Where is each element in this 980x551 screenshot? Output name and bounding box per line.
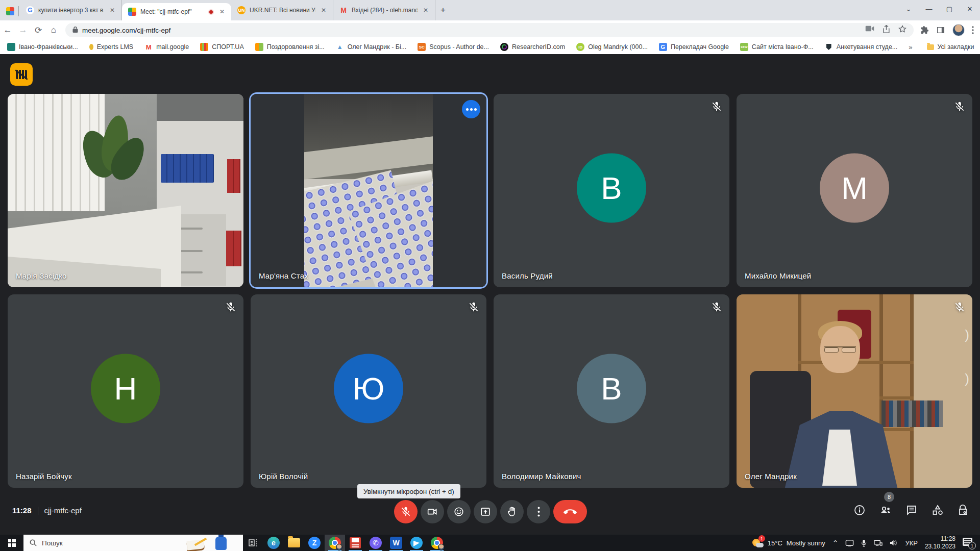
task-view-button[interactable] <box>243 535 263 551</box>
bookmark-item[interactable]: СПОРТ.UA <box>200 43 244 51</box>
participant-tile-video[interactable]: ) ) Олег Мандрик <box>737 294 972 488</box>
share-icon[interactable] <box>883 25 890 35</box>
secure-lock-icon[interactable] <box>72 26 78 34</box>
camera-toggle-button[interactable] <box>421 500 444 523</box>
call-controls <box>394 500 587 523</box>
participant-name: Назарій Бойчук <box>16 472 72 481</box>
tab-search-invertor[interactable]: G купити інвертор 3 квт в івано-ф ✕ <box>20 0 122 20</box>
bookmark-star-icon[interactable] <box>898 25 906 35</box>
mic-off-icon <box>468 302 479 315</box>
tab-meet-active[interactable]: Meet: "cjj-mtfc-epf" ✕ <box>122 3 231 20</box>
side-panel-icon[interactable] <box>936 26 945 35</box>
bookmark-item[interactable]: M mail.google <box>144 43 189 51</box>
participant-tile-active[interactable]: Мар'яна Стах <box>251 94 486 287</box>
address-bar[interactable]: meet.google.com/cjj-mtfc-epf <box>65 23 914 37</box>
profile-avatar[interactable] <box>952 24 965 36</box>
mic-off-icon <box>954 302 965 315</box>
bookmark-item[interactable]: SC Scopus - Author de... <box>418 43 489 51</box>
reactions-button[interactable] <box>447 500 471 523</box>
bookmark-item[interactable]: ▲ Олег Мандрик - Бі... <box>336 43 406 51</box>
weather-widget[interactable]: 1 15°C Mostly sunny <box>752 538 825 548</box>
microphone-tray-icon[interactable] <box>861 539 867 547</box>
participant-tile[interactable]: В Василь Рудий <box>494 94 729 287</box>
end-call-button[interactable] <box>553 500 587 523</box>
participants-grid: Марія Засідко Мар'яна Стах В Васи <box>8 94 972 488</box>
tab-ukrnet[interactable]: UN UKR.NET: Всі новини України, о ✕ <box>231 0 333 20</box>
maximize-button[interactable]: ▢ <box>939 5 960 13</box>
person-video-feed: ) ) <box>737 294 972 488</box>
people-panel-icon[interactable] <box>879 504 892 518</box>
close-tab-icon[interactable]: ✕ <box>218 8 226 15</box>
bookmark-item[interactable]: G Перекладач Google <box>659 43 729 51</box>
notification-center-button[interactable]: 1 <box>963 538 975 548</box>
tile-options-button[interactable] <box>462 100 480 118</box>
participant-tile[interactable]: В Володимир Майкович <box>494 294 729 488</box>
taskbar-app-chrome-active[interactable] <box>325 535 345 551</box>
camera-in-use-icon[interactable] <box>865 25 874 35</box>
telegram-icon <box>410 537 423 549</box>
close-tab-icon[interactable]: ✕ <box>108 7 116 14</box>
taskbar-app-viber[interactable]: ✆ <box>365 535 386 551</box>
back-icon[interactable]: ← <box>0 25 15 35</box>
start-button[interactable] <box>0 535 23 551</box>
avatar: Ю <box>334 354 403 423</box>
mic-toggle-button[interactable] <box>394 500 418 523</box>
all-bookmarks-button[interactable]: Усі закладки <box>927 43 974 51</box>
cast-icon[interactable] <box>845 539 854 546</box>
chat-panel-icon[interactable] <box>905 504 918 518</box>
new-tab-button[interactable]: + <box>440 5 446 15</box>
viber-icon: ✆ <box>370 537 382 549</box>
translate-favicon: G <box>659 43 667 51</box>
minimize-button[interactable]: — <box>919 5 939 13</box>
taskbar-app-edge[interactable]: e <box>263 535 284 551</box>
scopus-favicon: SC <box>418 43 426 51</box>
browser-menu-kebab-icon[interactable] <box>972 26 974 34</box>
host-controls-icon[interactable] <box>958 504 969 518</box>
participant-tile[interactable]: Ю Юрій Волочій <box>251 294 486 488</box>
extensions-puzzle-icon[interactable] <box>920 26 929 35</box>
url-text[interactable]: meet.google.com/cjj-mtfc-epf <box>82 27 865 34</box>
bookmark-item[interactable]: 0342 Сайт міста Івано-Ф... <box>740 43 814 51</box>
workspace-icon[interactable] <box>6 7 14 15</box>
taskbar-search-box[interactable]: Пошук <box>23 535 243 551</box>
taskbar-app-chrome-2[interactable] <box>427 535 447 551</box>
present-screen-button[interactable] <box>474 500 497 523</box>
bookmark-item[interactable]: Experts LMS <box>89 43 134 51</box>
home-icon[interactable]: ⌂ <box>46 25 61 35</box>
meeting-details-icon[interactable] <box>853 504 866 518</box>
taskbar-app-save[interactable] <box>345 535 365 551</box>
presentation-warning-icon[interactable] <box>10 63 33 86</box>
bookmark-label: Перекладач Google <box>671 43 729 51</box>
hidden-icons-chevron[interactable]: ⌃ <box>832 539 839 547</box>
bookmark-item[interactable]: iD Oleg Mandryk (000... <box>576 43 648 51</box>
bookmark-item[interactable]: Анкетування студе... <box>825 43 898 51</box>
bookmarks-overflow-chevron[interactable]: » <box>909 43 912 51</box>
network-icon[interactable] <box>874 539 883 546</box>
participant-tile-video[interactable]: Марія Засідко <box>8 94 243 287</box>
bookmarks-bar: Івано-Франківськи... Experts LMS M mail.… <box>0 40 980 54</box>
bookmark-item[interactable]: Поздоровлення зі... <box>255 43 325 51</box>
mic-off-icon <box>711 101 722 114</box>
reload-icon[interactable]: ⟳ <box>31 25 46 36</box>
language-indicator[interactable]: УКР <box>905 539 918 547</box>
volume-icon[interactable] <box>890 539 898 546</box>
taskbar-app-word[interactable]: W <box>386 535 406 551</box>
chevron-down-icon[interactable]: ⌄ <box>898 5 919 13</box>
avatar: В <box>577 354 646 423</box>
taskbar-app-zoom[interactable]: Z <box>304 535 325 551</box>
participant-tile[interactable]: Н Назарій Бойчук <box>8 294 243 488</box>
participant-tile[interactable]: М Михайло Микицей <box>737 94 972 287</box>
close-window-button[interactable]: ✕ <box>960 5 980 13</box>
taskbar-app-telegram[interactable] <box>406 535 427 551</box>
forward-icon[interactable]: → <box>15 25 31 35</box>
raise-hand-button[interactable] <box>500 500 524 523</box>
bookmark-item[interactable]: ResearcherID.com <box>500 43 565 51</box>
taskbar-app-explorer[interactable] <box>284 535 304 551</box>
close-tab-icon[interactable]: ✕ <box>320 7 328 14</box>
more-options-button[interactable] <box>527 500 550 523</box>
activities-icon[interactable] <box>931 504 944 518</box>
bookmark-item[interactable]: Івано-Франківськи... <box>7 43 78 51</box>
close-tab-icon[interactable]: ✕ <box>422 7 430 14</box>
tab-gmail[interactable]: M Вхідні (284) - oleh.mandryk@nu ✕ <box>333 0 435 20</box>
taskbar-clock[interactable]: 11:28 23.10.2023 <box>925 535 955 550</box>
